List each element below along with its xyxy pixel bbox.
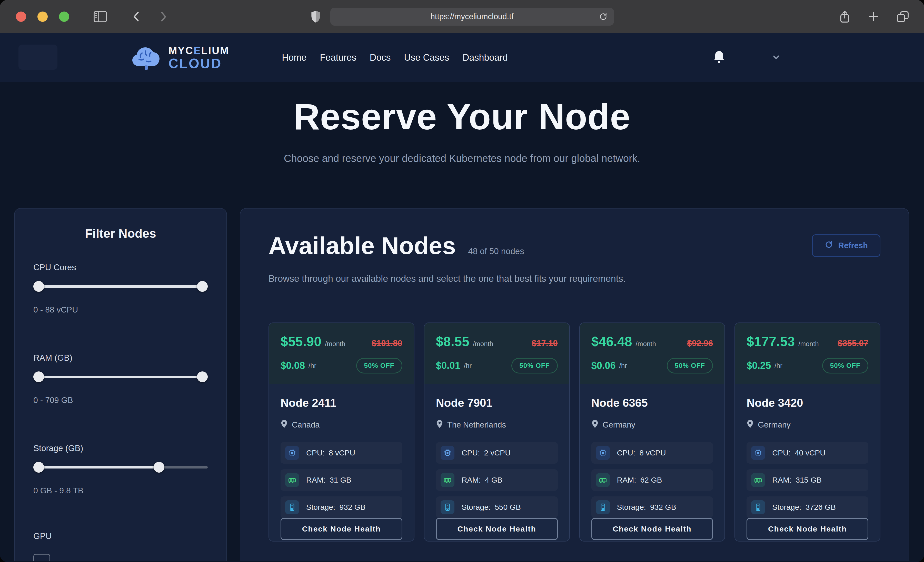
node-card[interactable]: $46.48 /month $92.96 $0.06 /hr 50% OFF N… bbox=[579, 323, 725, 541]
nodes-title: Available Nodes bbox=[268, 233, 456, 259]
node-location: Germany bbox=[603, 420, 635, 430]
cpu-spec-row: CPU:40 vCPU bbox=[747, 442, 868, 463]
check-node-health-button[interactable]: Check Node Health bbox=[436, 518, 558, 540]
storage-icon bbox=[285, 500, 299, 514]
chevron-down-icon[interactable] bbox=[771, 51, 782, 64]
logo[interactable]: MYCELIUM CLOUD bbox=[129, 43, 229, 72]
back-icon[interactable] bbox=[131, 10, 141, 23]
check-node-health-button[interactable]: Check Node Health bbox=[280, 518, 402, 540]
storage-icon bbox=[441, 500, 454, 514]
cpu-cores-slider[interactable] bbox=[33, 281, 208, 292]
ram-value: 315 GB bbox=[795, 476, 822, 484]
ram-icon bbox=[285, 473, 299, 487]
filter-group-storage: Storage (GB) 0 GB - 9.8 TB bbox=[33, 443, 208, 495]
discount-badge: 50% OFF bbox=[667, 358, 713, 374]
per-month-label: /month bbox=[325, 340, 345, 348]
privacy-shield-icon[interactable] bbox=[310, 10, 321, 23]
monthly-price: $177.53 bbox=[747, 334, 795, 349]
cpu-range-text: 0 - 88 vCPU bbox=[33, 305, 208, 315]
new-tab-icon[interactable] bbox=[868, 11, 879, 22]
node-name: Node 6365 bbox=[591, 396, 713, 410]
share-icon[interactable] bbox=[839, 10, 850, 24]
per-hour-label: /hr bbox=[774, 362, 782, 370]
address-bar[interactable]: https://myceliumcloud.tf bbox=[330, 8, 614, 25]
storage-slider[interactable] bbox=[33, 462, 208, 472]
bell-icon[interactable] bbox=[712, 50, 726, 65]
cpu-slider-min-handle[interactable] bbox=[33, 281, 44, 292]
filter-panel: Filter Nodes CPU Cores 0 - 88 vCPU RAM (… bbox=[14, 208, 227, 561]
nodes-header: Available Nodes 48 of 50 nodes Refresh bbox=[268, 233, 880, 259]
node-card[interactable]: $177.53 /month $355.07 $0.25 /hr 50% OFF… bbox=[735, 323, 880, 541]
reload-icon[interactable] bbox=[598, 12, 608, 22]
node-name: Node 7901 bbox=[436, 396, 558, 410]
nav-item-home[interactable]: Home bbox=[282, 52, 306, 63]
storage-slider-min-handle[interactable] bbox=[33, 462, 44, 472]
original-price: $101.80 bbox=[372, 338, 402, 348]
discount-badge: 50% OFF bbox=[356, 358, 402, 374]
ram-spec-row: RAM:31 GB bbox=[280, 469, 402, 491]
ram-icon bbox=[441, 473, 454, 487]
node-location: Germany bbox=[758, 420, 790, 430]
storage-value: 932 GB bbox=[650, 503, 676, 511]
minimize-button[interactable] bbox=[38, 12, 48, 22]
cpu-value: 40 vCPU bbox=[795, 448, 825, 457]
monthly-price: $55.90 bbox=[280, 334, 321, 349]
url-text: https://myceliumcloud.tf bbox=[430, 12, 514, 21]
storage-icon bbox=[596, 500, 610, 514]
storage-spec-row: Storage:550 GB bbox=[436, 496, 558, 518]
hourly-price: $0.01 bbox=[436, 360, 460, 371]
nav-item-dashboard[interactable]: Dashboard bbox=[463, 52, 508, 63]
storage-slider-max-handle[interactable] bbox=[154, 462, 164, 472]
ram-slider-min-handle[interactable] bbox=[33, 371, 44, 382]
main-content: Filter Nodes CPU Cores 0 - 88 vCPU RAM (… bbox=[0, 208, 924, 561]
node-name: Node 3420 bbox=[747, 396, 868, 410]
nodes-count: 48 of 50 nodes bbox=[468, 247, 524, 256]
monthly-price: $46.48 bbox=[591, 334, 632, 349]
check-node-health-button[interactable]: Check Node Health bbox=[747, 518, 868, 540]
original-price: $92.96 bbox=[687, 338, 713, 348]
slider-range bbox=[33, 376, 208, 378]
hourly-price: $0.08 bbox=[280, 360, 305, 371]
pricing-section: $46.48 /month $92.96 $0.06 /hr 50% OFF bbox=[580, 323, 725, 384]
ram-slider[interactable] bbox=[33, 371, 208, 382]
discount-badge: 50% OFF bbox=[512, 358, 558, 374]
gpu-checkbox[interactable] bbox=[33, 554, 50, 561]
check-node-health-button[interactable]: Check Node Health bbox=[591, 518, 713, 540]
nav-item-use-cases[interactable]: Use Cases bbox=[404, 52, 449, 63]
ram-range-text: 0 - 709 GB bbox=[33, 396, 208, 405]
ram-spec-row: RAM:62 GB bbox=[591, 469, 713, 491]
ram-slider-max-handle[interactable] bbox=[197, 371, 208, 382]
per-hour-label: /hr bbox=[464, 362, 472, 370]
refresh-button[interactable]: Refresh bbox=[812, 235, 880, 257]
monthly-price: $8.55 bbox=[436, 334, 469, 349]
per-hour-label: /hr bbox=[309, 362, 316, 370]
filter-group-ram: RAM (GB) 0 - 709 GB bbox=[33, 353, 208, 405]
browser-window: https://myceliumcloud.tf bbox=[0, 0, 924, 562]
cpu-spec-row: CPU:8 vCPU bbox=[280, 442, 402, 463]
cpu-icon bbox=[285, 446, 299, 460]
node-cards-grid: $55.90 /month $101.80 $0.08 /hr 50% OFF … bbox=[268, 323, 880, 541]
nav-item-docs[interactable]: Docs bbox=[369, 52, 391, 63]
slider-range bbox=[33, 466, 159, 468]
storage-spec-row: Storage:3726 GB bbox=[747, 496, 868, 518]
forward-icon[interactable] bbox=[158, 10, 168, 23]
hourly-price: $0.25 bbox=[747, 360, 771, 371]
ram-spec-row: RAM:4 GB bbox=[436, 469, 558, 491]
ram-icon bbox=[751, 473, 765, 487]
cpu-spec-row: CPU:8 vCPU bbox=[591, 442, 713, 463]
node-card[interactable]: $55.90 /month $101.80 $0.08 /hr 50% OFF … bbox=[268, 323, 414, 541]
ghost-box bbox=[18, 45, 57, 70]
logo-text: MYCELIUM CLOUD bbox=[168, 45, 229, 70]
node-card[interactable]: $8.55 /month $17.10 $0.01 /hr 50% OFF No… bbox=[424, 323, 570, 541]
nav-item-features[interactable]: Features bbox=[320, 52, 356, 63]
cpu-icon bbox=[751, 446, 765, 460]
fullscreen-button[interactable] bbox=[59, 12, 69, 22]
cpu-slider-max-handle[interactable] bbox=[197, 281, 208, 292]
tab-overview-icon[interactable] bbox=[896, 11, 909, 22]
traffic-lights bbox=[16, 12, 69, 22]
ram-label: RAM (GB) bbox=[33, 353, 208, 363]
sidebar-toggle-icon[interactable] bbox=[94, 11, 107, 22]
close-button[interactable] bbox=[16, 12, 26, 22]
page-title: Reserve Your Node bbox=[0, 96, 924, 137]
slider-range bbox=[33, 285, 208, 288]
